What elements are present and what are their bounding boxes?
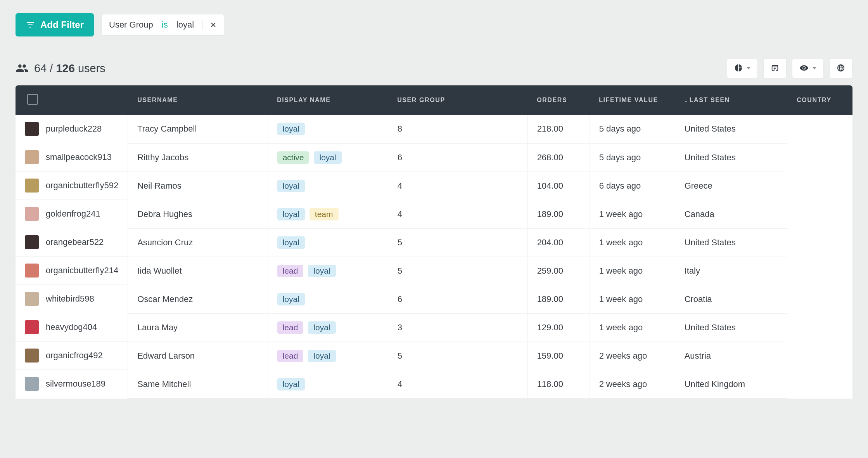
tag-loyal: loyal: [277, 208, 305, 220]
avatar: [25, 179, 39, 193]
filter-chip-operator: is: [162, 20, 168, 30]
tag-loyal: loyal: [277, 236, 305, 249]
tag-lead: lead: [277, 350, 304, 362]
avatar: [25, 150, 39, 164]
display-name: Laura May: [128, 313, 268, 342]
filter-chip[interactable]: User Group is loyal: [102, 14, 224, 36]
tag-active: active: [277, 151, 310, 164]
tag-loyal: loyal: [314, 151, 341, 164]
user-group-cell: loyalteam: [268, 200, 388, 228]
avatar: [25, 207, 39, 221]
table-row[interactable]: purpleduck228Tracy Campbellloyal8218.005…: [16, 115, 852, 143]
user-group-cell: loyal: [268, 370, 388, 398]
display-name: Ritthy Jacobs: [128, 143, 268, 172]
filter-chip-field: User Group: [109, 20, 153, 30]
orders: 8: [388, 115, 527, 143]
user-group-cell: loyal: [268, 172, 388, 200]
avatar: [25, 292, 39, 306]
country: United States: [675, 228, 787, 257]
col-header-user-group[interactable]: USER GROUP: [388, 85, 527, 115]
globe-button[interactable]: [829, 58, 852, 78]
table-row[interactable]: heavydog404Laura Mayleadloyal3129.001 we…: [16, 313, 852, 342]
orders: 6: [388, 143, 527, 172]
export-button[interactable]: [763, 58, 787, 78]
user-group-cell: loyal: [268, 115, 388, 143]
filter-chip-divider: [202, 20, 203, 30]
last-seen: 1 week ago: [590, 257, 675, 285]
globe-icon: [837, 64, 845, 73]
orders: 4: [388, 200, 527, 228]
lifetime-value: 189.00: [527, 285, 590, 313]
col-header-username[interactable]: USERNAME: [128, 85, 268, 115]
orders: 6: [388, 285, 527, 313]
username: organicbutterfly592: [46, 180, 118, 191]
filter-chip-value: loyal: [176, 20, 194, 30]
col-header-display-name[interactable]: DISPLAY NAME: [268, 85, 388, 115]
username: orangebear522: [46, 237, 104, 247]
display-name: Asuncion Cruz: [128, 228, 268, 257]
avatar: [25, 235, 39, 249]
add-filter-button[interactable]: Add Filter: [16, 13, 94, 36]
tag-loyal: loyal: [277, 123, 305, 135]
lifetime-value: 259.00: [527, 257, 590, 285]
table-header-row: USERNAME DISPLAY NAME USER GROUP ORDERS …: [16, 85, 852, 115]
select-all-checkbox[interactable]: [27, 94, 38, 105]
country: United Kingdom: [675, 370, 787, 398]
username: silvermouse189: [46, 379, 105, 389]
count-total: 126: [56, 62, 74, 75]
orders: 5: [388, 342, 527, 370]
country: United States: [675, 115, 787, 143]
table-row[interactable]: organicfrog492Edward Larsonleadloyal5159…: [16, 342, 852, 370]
people-icon: [16, 62, 29, 75]
col-header-country[interactable]: COUNTRY: [787, 85, 852, 115]
lifetime-value: 118.00: [527, 370, 590, 398]
table-row[interactable]: organicbutterfly214Iida Wuolletleadloyal…: [16, 257, 852, 285]
last-seen: 5 days ago: [590, 143, 675, 172]
orders: 4: [388, 370, 527, 398]
table-row[interactable]: goldenfrog241Debra Hughesloyalteam4189.0…: [16, 200, 852, 228]
lifetime-value: 204.00: [527, 228, 590, 257]
display-name: Iida Wuollet: [128, 257, 268, 285]
sort-desc-icon: ↓: [684, 97, 688, 104]
table-row[interactable]: whitebird598Oscar Mendezloyal6189.001 we…: [16, 285, 852, 313]
avatar: [25, 377, 39, 391]
username: organicbutterfly214: [46, 265, 118, 276]
lifetime-value: 159.00: [527, 342, 590, 370]
display-name: Oscar Mendez: [128, 285, 268, 313]
table-row[interactable]: silvermouse189Same Mitchellloyal4118.002…: [16, 370, 852, 398]
tag-lead: lead: [277, 321, 304, 334]
eye-icon: [799, 63, 809, 74]
country: Austria: [675, 342, 787, 370]
lifetime-value: 268.00: [527, 143, 590, 172]
col-header-lifetime-value[interactable]: LIFETIME VALUE: [590, 85, 675, 115]
orders: 5: [388, 228, 527, 257]
username: goldenfrog241: [46, 209, 100, 219]
col-header-orders[interactable]: ORDERS: [527, 85, 590, 115]
username: heavydog404: [46, 322, 97, 332]
username: organicfrog492: [46, 350, 103, 361]
chevron-down-icon: [747, 67, 750, 69]
table-row[interactable]: organicbutterfly592Neil Ramosloyal4104.0…: [16, 172, 852, 200]
add-filter-label: Add Filter: [40, 19, 84, 30]
orders: 5: [388, 257, 527, 285]
table-row[interactable]: smallpeacock913Ritthy Jacobsactiveloyal6…: [16, 143, 852, 172]
chart-view-button[interactable]: [727, 58, 758, 78]
lifetime-value: 189.00: [527, 200, 590, 228]
user-group-cell: leadloyal: [268, 313, 388, 342]
lifetime-value: 218.00: [527, 115, 590, 143]
table-row[interactable]: orangebear522Asuncion Cruzloyal5204.001 …: [16, 228, 852, 257]
last-seen: 6 days ago: [590, 172, 675, 200]
display-name: Edward Larson: [128, 342, 268, 370]
avatar: [25, 122, 39, 136]
visibility-button[interactable]: [792, 58, 824, 78]
filter-chip-remove[interactable]: [210, 21, 217, 28]
country: United States: [675, 143, 787, 172]
lifetime-value: 104.00: [527, 172, 590, 200]
users-table: USERNAME DISPLAY NAME USER GROUP ORDERS …: [16, 85, 852, 399]
tag-loyal: loyal: [277, 378, 305, 390]
user-group-cell: loyal: [268, 285, 388, 313]
col-header-last-seen[interactable]: ↓LAST SEEN: [675, 85, 787, 115]
tag-loyal: loyal: [308, 321, 335, 334]
user-group-cell: loyal: [268, 228, 388, 257]
tag-team: team: [310, 208, 339, 220]
